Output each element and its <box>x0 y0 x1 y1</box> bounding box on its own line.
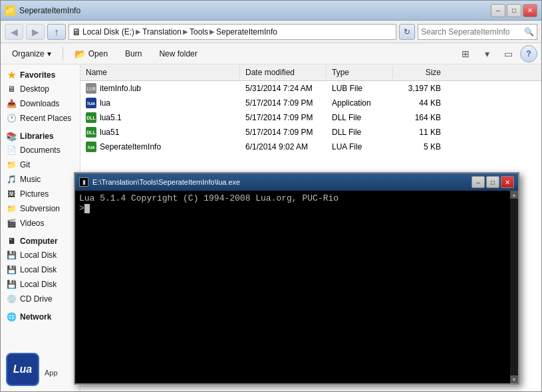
sidebar-item-documents[interactable]: 📄 Documents <box>1 143 80 157</box>
sidebar-item-videos[interactable]: 🎬 Videos <box>1 216 80 231</box>
cmd-title-bar: ▮ E:\Translation\Tools\SeperateItemInfo\… <box>75 173 518 191</box>
sidebar-item-music[interactable]: 🎵 Music <box>1 172 80 187</box>
sidebar-item-localdisk3[interactable]: 💾 Local Disk <box>1 277 80 292</box>
sidebar-item-downloads[interactable]: 📥 Downloads <box>1 96 80 111</box>
file-icon: DLL <box>86 127 96 138</box>
file-type-cell: Application <box>327 98 393 108</box>
file-name: lua5.1 <box>100 113 122 122</box>
file-icon: LUB <box>86 83 96 94</box>
search-input[interactable] <box>421 27 521 37</box>
file-name-cell: lua SeperateItemInfo <box>80 142 240 152</box>
videos-icon: 🎬 <box>6 218 17 229</box>
cmd-title-text: E:\Translation\Tools\SeperateItemInfo\lu… <box>92 178 240 186</box>
explorer-window: 📁 SeperateItemInfo – □ ✕ ◀ ▶ ↑ 🖥 Local D… <box>0 0 542 392</box>
file-date-cell: 5/17/2014 7:09 PM <box>240 113 327 122</box>
sidebar-item-git[interactable]: 📁 Git <box>1 157 80 172</box>
column-header: Name Date modified Type Size <box>80 64 541 81</box>
view-dropdown-button[interactable]: ▾ <box>477 45 496 62</box>
up-button[interactable]: ↑ <box>47 24 66 40</box>
minimize-button[interactable]: – <box>491 4 505 17</box>
sidebar-item-recent[interactable]: 🕐 Recent Places <box>1 111 80 126</box>
sidebar-item-cddrive[interactable]: 💿 CD Drive <box>1 292 80 306</box>
file-date-cell: 6/1/2014 9:02 AM <box>240 142 327 151</box>
address-path[interactable]: 🖥 Local Disk (E:) ▶ Translation ▶ Tools … <box>68 24 396 40</box>
cmd-cursor <box>84 204 90 213</box>
sidebar-computer-section: 🖥 Computer 💾 Local Disk 💾 Local Disk 💾 L… <box>1 233 80 306</box>
col-header-name[interactable]: Name <box>80 66 240 79</box>
file-icon: lua <box>86 142 96 152</box>
path-segment-translation: Translation ▶ <box>142 27 188 37</box>
table-row[interactable]: lua lua 5/17/2014 7:09 PM Application 44… <box>80 96 541 110</box>
desktop-icon: 🖥 <box>6 84 17 94</box>
file-name-cell: lua lua <box>80 98 240 108</box>
cmd-scroll-down[interactable]: ▼ <box>510 375 518 383</box>
forward-button[interactable]: ▶ <box>26 24 45 40</box>
sidebar-network-section: 🌐 Network <box>1 309 80 324</box>
file-type-cell: LUB File <box>327 84 393 93</box>
file-size-cell: 3,197 KB <box>393 84 446 93</box>
sidebar-item-localdisk2[interactable]: 💾 Local Disk <box>1 262 80 277</box>
pictures-icon: 🖼 <box>6 189 17 199</box>
computer-icon: 🖥 <box>6 236 17 246</box>
cmd-minimize-button[interactable]: – <box>472 176 485 188</box>
subversion-icon: 📁 <box>6 203 17 214</box>
disk-icon-1: 💾 <box>6 250 17 260</box>
open-button[interactable]: 📂 Open <box>67 45 115 62</box>
title-bar-left: 📁 SeperateItemInfo <box>5 5 80 16</box>
file-date-cell: 5/31/2014 7:24 AM <box>240 84 327 93</box>
libraries-icon: 📚 <box>6 131 17 142</box>
help-button[interactable]: ? <box>520 45 537 62</box>
file-name: SeperateItemInfo <box>100 142 161 151</box>
path-folder-icon: 🖥 <box>72 27 81 37</box>
burn-button[interactable]: Burn <box>118 45 149 62</box>
pane-button[interactable]: ▭ <box>499 45 517 62</box>
file-name: lua <box>100 98 110 108</box>
view-toggle-button[interactable]: ⊞ <box>456 45 475 62</box>
table-row[interactable]: lua SeperateItemInfo 6/1/2014 9:02 AM LU… <box>80 140 541 154</box>
explorer-icon: 📁 <box>5 5 15 16</box>
file-type-cell: DLL File <box>327 128 393 137</box>
table-row[interactable]: DLL lua5.1 5/17/2014 7:09 PM DLL File 16… <box>80 110 541 125</box>
cmd-scroll-up[interactable]: ▲ <box>510 191 518 199</box>
col-header-size[interactable]: Size <box>393 66 446 79</box>
cmd-window: ▮ E:\Translation\Tools\SeperateItemInfo\… <box>74 172 519 385</box>
title-bar: 📁 SeperateItemInfo – □ ✕ <box>1 1 541 21</box>
back-button[interactable]: ◀ <box>5 24 23 40</box>
music-icon: 🎵 <box>6 174 17 185</box>
file-name-cell: DLL lua5.1 <box>80 112 240 123</box>
lua-taskbar-icon[interactable]: Lua <box>6 353 39 386</box>
table-row[interactable]: LUB itemInfo.lub 5/31/2014 7:24 AM LUB F… <box>80 81 541 96</box>
file-name: lua51 <box>100 128 119 137</box>
sidebar-item-pictures[interactable]: 🖼 Pictures <box>1 187 80 201</box>
cmd-line1: Lua 5.1.4 Copyright (C) 1994-2008 Lua.or… <box>79 193 505 203</box>
refresh-button[interactable]: ↻ <box>399 24 415 40</box>
sidebar-item-subversion[interactable]: 📁 Subversion <box>1 201 80 216</box>
path-segment-tools: Tools ▶ <box>190 27 215 37</box>
sidebar-network-header[interactable]: 🌐 Network <box>1 309 80 324</box>
close-button[interactable]: ✕ <box>523 4 537 17</box>
file-size-cell: 164 KB <box>393 113 446 122</box>
title-bar-buttons: – □ ✕ <box>491 4 537 17</box>
maximize-button[interactable]: □ <box>507 4 521 17</box>
favorites-icon: ★ <box>6 70 17 80</box>
col-header-date[interactable]: Date modified <box>240 66 327 79</box>
title-bar-text: SeperateItemInfo <box>19 6 80 15</box>
cmd-maximize-button[interactable]: □ <box>486 176 499 188</box>
organize-button[interactable]: Organize ▾ <box>5 45 59 62</box>
sidebar-favorites-section: ★ Favorites 🖥 Desktop 📥 Downloads 🕐 Rece… <box>1 67 80 126</box>
cmd-scroll-track <box>510 199 518 375</box>
table-row[interactable]: DLL lua51 5/17/2014 7:09 PM DLL File 11 … <box>80 125 541 140</box>
file-icon: DLL <box>86 112 96 123</box>
disk-icon-3: 💾 <box>6 279 17 290</box>
col-header-type[interactable]: Type <box>327 66 393 79</box>
disk-icon-2: 💾 <box>6 264 17 275</box>
sidebar-item-localdisk1[interactable]: 💾 Local Disk <box>1 248 80 262</box>
path-segment-disk: Local Disk (E:) ▶ <box>82 27 141 37</box>
new-folder-button[interactable]: New folder <box>152 45 204 62</box>
sidebar-item-desktop[interactable]: 🖥 Desktop <box>1 82 80 96</box>
cmd-prompt: > <box>79 203 505 213</box>
file-name-cell: LUB itemInfo.lub <box>80 83 240 94</box>
cmd-scrollbar: ▲ ▼ <box>510 191 518 383</box>
file-type-cell: LUA File <box>327 142 393 151</box>
cmd-close-button[interactable]: ✕ <box>501 176 514 188</box>
